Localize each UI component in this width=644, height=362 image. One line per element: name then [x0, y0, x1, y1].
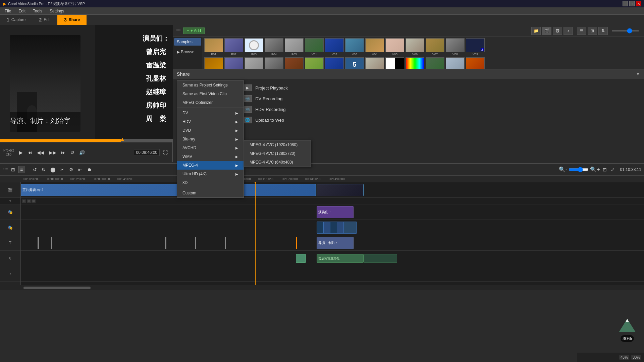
- voice-clip-small[interactable]: [296, 254, 306, 263]
- menu-edit[interactable]: Edit: [15, 8, 29, 14]
- media-thumb-v03[interactable]: [345, 38, 364, 52]
- media-thumb-r11[interactable]: [406, 57, 424, 69]
- thumbnail-size-slider[interactable]: [612, 30, 639, 32]
- add-media-button[interactable]: + + Add: [183, 27, 205, 34]
- dropdown-mpeg-optimizer[interactable]: MPEG Optimizer: [177, 98, 244, 107]
- tl-split-button[interactable]: ✂: [59, 166, 66, 173]
- menu-file[interactable]: File: [1, 8, 14, 14]
- text-clip-director[interactable]: 导演、制片：: [317, 237, 354, 249]
- media-thumb-p05[interactable]: [285, 38, 304, 52]
- mpeg4-option-1080[interactable]: MPEG-4 AVC (644x362): [244, 140, 311, 149]
- mpeg4-option-720[interactable]: MPEG-4 AVC (1280x720): [244, 149, 311, 158]
- dropdown-same-first[interactable]: Same as First Video Clip: [177, 89, 244, 98]
- media-thumb-r12[interactable]: [426, 57, 444, 69]
- tl-effects-button[interactable]: ⚙: [68, 166, 75, 173]
- media-thumb-v04[interactable]: [365, 38, 384, 52]
- media-thumb-v02[interactable]: [325, 38, 344, 52]
- dropdown-dvd[interactable]: DVD ▶: [177, 126, 244, 135]
- menu-tools[interactable]: Tools: [30, 8, 46, 14]
- image-filter-button[interactable]: 🖼: [553, 27, 562, 35]
- list-view-button[interactable]: ☰: [577, 27, 586, 35]
- media-thumb-p03[interactable]: [245, 38, 263, 52]
- dropdown-dv[interactable]: DV ▶: [177, 109, 244, 117]
- media-thumb-v06[interactable]: [406, 38, 424, 52]
- next-frame-button[interactable]: ⏭: [60, 149, 67, 156]
- dropdown-ultra-hd[interactable]: Ultra HD (4K) ▶: [177, 170, 244, 178]
- share-header-arrow[interactable]: ▼: [636, 72, 640, 76]
- prev-frame-button[interactable]: ⏮: [26, 149, 34, 156]
- dropdown-bluray[interactable]: Blu-ray ▶: [177, 135, 244, 143]
- media-thumb-r09[interactable]: [365, 57, 384, 69]
- project-playback-option[interactable]: ▶ Project Playback: [243, 84, 288, 91]
- media-thumb-p01[interactable]: [204, 38, 223, 52]
- media-thumb-p04[interactable]: [265, 38, 283, 52]
- media-thumb-p02[interactable]: [224, 38, 243, 52]
- media-thumb-r06[interactable]: [305, 57, 324, 69]
- media-thumb-r14[interactable]: [466, 57, 485, 69]
- media-thumb-r10[interactable]: [385, 57, 404, 69]
- sort-button[interactable]: ⇅: [598, 27, 608, 35]
- voice-clip-extra[interactable]: [364, 254, 397, 263]
- media-thumb-r04[interactable]: [265, 57, 283, 69]
- media-thumb-r07[interactable]: [325, 57, 344, 69]
- loop-button[interactable]: ↺: [69, 149, 76, 156]
- tab-edit[interactable]: 2 Edit: [33, 15, 57, 25]
- dropdown-avchd[interactable]: AVCHD ▶: [177, 143, 244, 152]
- folder-view-button[interactable]: 📁: [531, 27, 541, 35]
- dropdown-hdv[interactable]: HDV ▶: [177, 117, 244, 126]
- tl-trim-button[interactable]: ⇤: [77, 166, 84, 173]
- media-thumb-r01[interactable]: [204, 57, 223, 69]
- zoom-in-button[interactable]: 🔍+: [590, 166, 600, 173]
- tl-storyboard-button[interactable]: ⊞: [10, 166, 16, 173]
- horizontal-scrollbar[interactable]: [23, 287, 91, 289]
- tl-record-button[interactable]: ⏺: [86, 166, 93, 173]
- timeline-scrubber[interactable]: [0, 139, 172, 142]
- media-thumb-r03[interactable]: [245, 57, 263, 69]
- play-button[interactable]: ▶: [18, 149, 24, 156]
- close-button[interactable]: ✕: [636, 1, 641, 6]
- video-clip-after[interactable]: [317, 184, 364, 196]
- media-thumb-v07[interactable]: [426, 38, 444, 52]
- dropdown-wmv[interactable]: WMV ▶: [177, 152, 244, 161]
- tl-redo-button[interactable]: ↻: [40, 166, 47, 173]
- media-thumb-v01[interactable]: [305, 38, 324, 52]
- maximize-button[interactable]: □: [629, 1, 635, 6]
- forward-button[interactable]: ▶▶: [48, 149, 58, 156]
- rewind-button[interactable]: ◀◀: [36, 149, 46, 156]
- upload-web-option[interactable]: 🌐 Upload to Web: [243, 117, 288, 123]
- tl-timeline-button[interactable]: ≡: [18, 166, 24, 173]
- sidebar-item-browse[interactable]: ▶ Browse: [174, 48, 201, 56]
- audio-filter-button[interactable]: ♪: [564, 27, 573, 35]
- grid-view-button[interactable]: ⊞: [588, 27, 597, 35]
- volume-button[interactable]: 🔊: [78, 149, 86, 156]
- track-sub-icon2[interactable]: ⊞: [27, 199, 31, 203]
- dropdown-mpeg4[interactable]: MPEG-4 ▶: [177, 161, 244, 170]
- minimize-button[interactable]: ─: [623, 1, 628, 6]
- media-thumb-v09[interactable]: 2: [466, 38, 485, 52]
- expand-button[interactable]: ⛶: [162, 149, 169, 156]
- fit-to-window-button[interactable]: ⊡: [601, 166, 608, 173]
- zoom-out-button[interactable]: 🔍-: [559, 166, 567, 173]
- full-screen-button[interactable]: ⤢: [609, 166, 616, 173]
- overlay-clip-text1[interactable]: 演员们：: [317, 206, 354, 218]
- track-sub-icon3[interactable]: ⊞: [32, 199, 36, 203]
- hdv-recording-option[interactable]: 📹 HDV Recording: [243, 106, 288, 113]
- tl-transitions-button[interactable]: ⬤: [49, 166, 57, 173]
- video-filter-button[interactable]: 🎬: [542, 27, 551, 35]
- dropdown-custom[interactable]: Custom: [177, 189, 244, 197]
- video-clip-main[interactable]: 正片剪辑.mp4: [21, 184, 316, 196]
- media-thumb-r05[interactable]: [285, 57, 304, 69]
- overlay-clip-video[interactable]: [317, 222, 357, 234]
- media-thumb-v08[interactable]: [446, 38, 465, 52]
- media-thumb-r08[interactable]: 5: [345, 57, 364, 69]
- sidebar-item-samples[interactable]: Samples: [174, 38, 201, 46]
- timeline-zoom-slider[interactable]: [569, 167, 589, 172]
- dropdown-3d[interactable]: 3D: [177, 178, 244, 187]
- mpeg4-option-480[interactable]: MPEG-4 AVC (640x480): [244, 158, 311, 167]
- menu-settings[interactable]: Settings: [46, 8, 67, 14]
- tl-undo-button[interactable]: ↺: [32, 166, 38, 173]
- track-sub-icon1[interactable]: ⊞: [22, 199, 26, 203]
- media-thumb-r13[interactable]: [446, 57, 465, 69]
- dropdown-same-project[interactable]: Same as Project Settings: [177, 81, 244, 89]
- media-thumb-r02[interactable]: [224, 57, 243, 69]
